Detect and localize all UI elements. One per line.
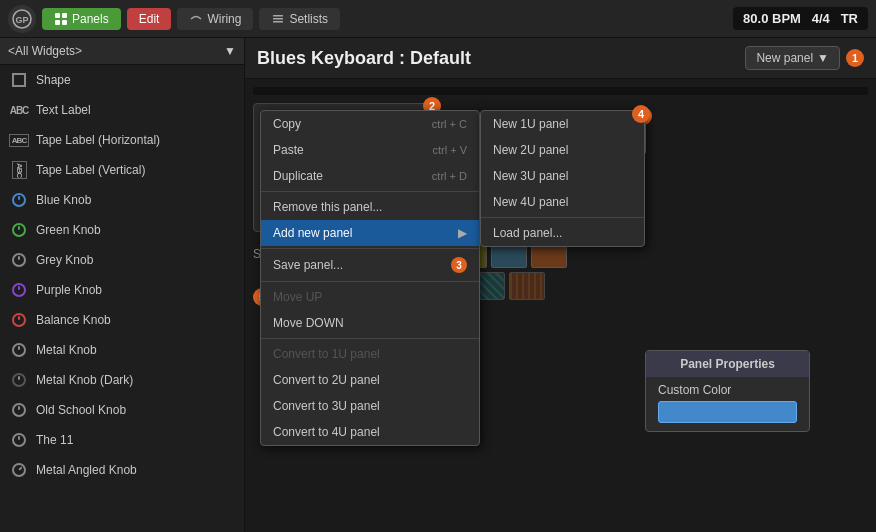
sidebar-item-metal-angled-knob[interactable]: Metal Angled Knob xyxy=(0,455,244,485)
badge-4: 4 xyxy=(632,105,650,123)
sidebar-item-old-school-knob[interactable]: Old School Knob xyxy=(0,395,244,425)
sidebar-item-metal-knob-dark[interactable]: Metal Knob (Dark) xyxy=(0,365,244,395)
ctx-sep-4 xyxy=(261,338,479,339)
grey-knob-icon xyxy=(10,251,28,269)
svg-text:GP: GP xyxy=(15,15,28,25)
panels-nav-button[interactable]: Panels xyxy=(42,8,121,30)
svg-rect-2 xyxy=(55,13,60,18)
balance-knob-icon xyxy=(10,311,28,329)
metal-knob-icon xyxy=(10,341,28,359)
custom-color-label: Custom Color xyxy=(646,377,809,401)
sidebar-item-green-knob[interactable]: Green Knob xyxy=(0,215,244,245)
sidebar-item-balance-knob[interactable]: Balance Knob xyxy=(0,305,244,335)
chevron-down-icon: ▼ xyxy=(224,44,236,58)
submenu-arrow-icon: ▶ xyxy=(458,226,467,240)
edit-nav-button[interactable]: Edit xyxy=(127,8,172,30)
metal-knob-dark-icon xyxy=(10,371,28,389)
panel-properties: Panel Properties Custom Color xyxy=(645,350,810,432)
sidebar-items-list: Shape ABC Text Label ABC Tape Label (Hor… xyxy=(0,65,244,532)
content-header: Blues Keyboard : Default New panel ▼ 1 xyxy=(245,38,876,79)
panel-props-header: Panel Properties xyxy=(646,351,809,377)
tape-label-h-icon: ABC xyxy=(10,131,28,149)
wiring-nav-button[interactable]: Wiring xyxy=(177,8,253,30)
topbar: GP Panels Edit Wiring Setlists 80.0 BPM … xyxy=(0,0,876,38)
sidebar-item-text-label[interactable]: ABC Text Label xyxy=(0,95,244,125)
svg-rect-6 xyxy=(273,15,283,17)
submenu-new-3u[interactable]: New 3U panel xyxy=(481,163,644,189)
ctx-paste[interactable]: Paste ctrl + V xyxy=(261,137,479,163)
shape-icon xyxy=(10,71,28,89)
ctx-add-new-panel[interactable]: Add new panel ▶ xyxy=(261,220,479,246)
custom-color-swatch[interactable] xyxy=(658,401,797,423)
sidebar-item-shape[interactable]: Shape xyxy=(0,65,244,95)
chevron-down-icon: ▼ xyxy=(817,51,829,65)
ctx-remove-panel[interactable]: Remove this panel... xyxy=(261,194,479,220)
ctx-sep-3 xyxy=(261,281,479,282)
ctx-duplicate[interactable]: Duplicate ctrl + D xyxy=(261,163,479,189)
svg-rect-8 xyxy=(273,21,283,23)
texture-swatch-6[interactable] xyxy=(509,272,545,300)
the-11-icon xyxy=(10,431,28,449)
dark-strip xyxy=(253,87,868,95)
sidebar-item-tape-label-v[interactable]: ABC Tape Label (Vertical) xyxy=(0,155,244,185)
sidebar: <All Widgets> ▼ Shape ABC Text Label ABC xyxy=(0,38,245,532)
svg-rect-3 xyxy=(62,13,67,18)
page-title: Blues Keyboard : Default xyxy=(257,48,471,69)
submenu-new-4u[interactable]: New 4U panel xyxy=(481,189,644,215)
badge-1: 1 xyxy=(846,49,864,67)
submenu: New 1U panel New 2U panel New 3U panel N… xyxy=(480,110,645,247)
badge-3-ctx: 3 xyxy=(451,257,467,273)
submenu-separator xyxy=(481,217,644,218)
sidebar-item-blue-knob[interactable]: Blue Knob xyxy=(0,185,244,215)
sidebar-item-grey-knob[interactable]: Grey Knob xyxy=(0,245,244,275)
green-knob-icon xyxy=(10,221,28,239)
blue-knob-icon xyxy=(10,191,28,209)
ctx-convert-3u[interactable]: Convert to 3U panel xyxy=(261,393,479,419)
purple-knob-icon xyxy=(10,281,28,299)
logo-icon: GP xyxy=(8,5,36,33)
sidebar-item-metal-knob[interactable]: Metal Knob xyxy=(0,335,244,365)
context-menu: Copy ctrl + C Paste ctrl + V Duplicate c… xyxy=(260,110,480,446)
ctx-convert-2u[interactable]: Convert to 2U panel xyxy=(261,367,479,393)
bpm-display: 80.0 BPM 4/4 TR xyxy=(733,7,868,30)
setlists-nav-button[interactable]: Setlists xyxy=(259,8,340,30)
ctx-sep-2 xyxy=(261,248,479,249)
submenu-load-panel[interactable]: Load panel... xyxy=(481,220,644,246)
ctx-sep-1 xyxy=(261,191,479,192)
ctx-save-panel[interactable]: Save panel... 3 xyxy=(261,251,479,279)
sidebar-item-purple-knob[interactable]: Purple Knob xyxy=(0,275,244,305)
new-panel-button[interactable]: New panel ▼ xyxy=(745,46,840,70)
ctx-move-down[interactable]: Move DOWN xyxy=(261,310,479,336)
sidebar-item-the-11[interactable]: The 11 xyxy=(0,425,244,455)
svg-rect-4 xyxy=(55,20,60,25)
ctx-convert-1u: Convert to 1U panel xyxy=(261,341,479,367)
sidebar-item-tape-label-h[interactable]: ABC Tape Label (Horizontal) xyxy=(0,125,244,155)
widget-dropdown[interactable]: <All Widgets> ▼ xyxy=(0,38,244,65)
svg-rect-7 xyxy=(273,18,283,20)
submenu-new-2u[interactable]: New 2U panel xyxy=(481,137,644,163)
old-school-knob-icon xyxy=(10,401,28,419)
ctx-copy[interactable]: Copy ctrl + C xyxy=(261,111,479,137)
ctx-move-up: Move UP xyxy=(261,284,479,310)
submenu-new-1u[interactable]: New 1U panel xyxy=(481,111,644,137)
svg-rect-5 xyxy=(62,20,67,25)
ctx-convert-4u[interactable]: Convert to 4U panel xyxy=(261,419,479,445)
text-label-icon: ABC xyxy=(10,101,28,119)
tape-label-v-icon: ABC xyxy=(10,161,28,179)
metal-angled-knob-icon xyxy=(10,461,28,479)
